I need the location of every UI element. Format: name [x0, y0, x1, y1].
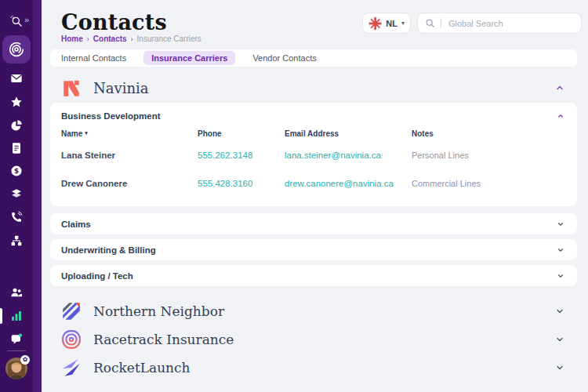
contact-name: Lana Steiner	[61, 151, 198, 160]
chevron-up-icon[interactable]	[555, 83, 564, 93]
column-header-notes: Notes	[412, 129, 566, 138]
language-selector[interactable]: NL ▾	[362, 13, 411, 34]
contacts-tabs: Internal Contacts Insurance Carriers Ven…	[50, 49, 577, 67]
app-logo-button[interactable]	[2, 35, 31, 64]
envelope-icon	[10, 72, 23, 85]
sidebar-item-workflows[interactable]	[10, 234, 23, 247]
sidebar-secondary-rail	[33, 0, 42, 392]
company-row-navinia[interactable]: Navinia	[50, 74, 577, 102]
sidebar-item-billing[interactable]: $	[10, 165, 23, 177]
rocketlaunch-logo-icon	[61, 358, 82, 378]
breadcrumb-contacts[interactable]: Contacts	[93, 34, 127, 43]
chevron-up-icon[interactable]	[557, 112, 564, 120]
contact-phone-link[interactable]: 555.262.3148	[198, 151, 285, 160]
search-icon	[425, 18, 435, 28]
sidebar-item-contacts[interactable]	[10, 286, 23, 299]
layers-icon	[10, 187, 23, 200]
sort-caret-icon: ▾	[85, 130, 88, 136]
sidebar-item-favorites[interactable]	[10, 96, 23, 108]
navinia-logo-icon	[61, 78, 82, 98]
chevron-down-icon[interactable]	[557, 246, 564, 254]
section-card-uploading-tech[interactable]: Uploading / Tech	[50, 265, 577, 286]
sidebar-expand-chevrons-icon[interactable]: »	[24, 16, 29, 24]
sidebar-item-documents[interactable]	[10, 142, 23, 154]
column-header-name[interactable]: Name ▾	[61, 129, 198, 138]
breadcrumb-home[interactable]: Home	[61, 34, 83, 43]
sidebar-item-messages[interactable]	[10, 332, 23, 345]
tab-vendor-contacts[interactable]: Vendor Contacts	[252, 53, 316, 63]
spiral-logo-icon	[8, 41, 25, 58]
active-nav-indicator	[0, 308, 2, 324]
chevron-down-icon[interactable]	[555, 363, 564, 372]
sidebar-item-analytics-active[interactable]	[10, 310, 23, 322]
breadcrumb-current: Insurance Carriers	[137, 34, 201, 43]
phone-icon	[10, 211, 23, 223]
global-search	[417, 13, 582, 34]
chevron-down-icon[interactable]	[557, 220, 564, 228]
company-name: Navinia	[93, 80, 149, 96]
search-divider	[441, 18, 441, 28]
users-icon	[10, 286, 23, 299]
star-icon	[10, 96, 23, 108]
search-input[interactable]	[447, 18, 560, 29]
user-avatar[interactable]: ✿	[5, 358, 27, 379]
language-code: NL	[386, 19, 397, 28]
tab-insurance-carriers[interactable]: Insurance Carriers	[143, 51, 235, 65]
racetrack-logo-icon	[61, 329, 82, 350]
pie-chart-icon	[10, 119, 23, 132]
sidebar-divider	[7, 350, 26, 351]
svg-text:$: $	[14, 167, 19, 175]
section-title: Claims	[61, 220, 91, 229]
sidebar-search-icon[interactable]	[10, 15, 23, 27]
contact-name: Drew Canonere	[61, 179, 198, 188]
file-text-icon	[10, 142, 23, 154]
breadcrumb: Home › Contacts › Insurance Carriers	[61, 34, 201, 43]
contact-notes: Commercial Lines	[412, 179, 566, 188]
tab-internal-contacts[interactable]: Internal Contacts	[61, 53, 126, 63]
column-header-phone: Phone	[198, 129, 285, 138]
breadcrumb-separator: ›	[131, 35, 133, 43]
avatar-badge-icon: ✿	[20, 355, 30, 365]
sidebar-item-calls[interactable]	[10, 211, 23, 223]
chevron-down-icon[interactable]	[557, 272, 564, 280]
company-row-northern-neighbor[interactable]: Northern Neighbor	[50, 299, 577, 323]
section-title: Business Development	[61, 111, 161, 121]
bar-chart-icon	[10, 310, 23, 322]
sidebar-item-policies[interactable]	[10, 187, 23, 200]
breadcrumb-separator: ›	[87, 35, 89, 43]
chevron-down-icon[interactable]	[555, 335, 564, 344]
search-icon	[10, 15, 23, 27]
table-header-row: Name ▾ Phone Email Address Notes	[50, 128, 577, 139]
section-card-claims[interactable]: Claims	[50, 213, 577, 234]
contact-phone-link[interactable]: 555.428.3160	[198, 179, 285, 188]
flag-icon	[368, 16, 382, 31]
sidebar: »	[0, 0, 33, 392]
table-row: Drew Canonere 555.428.3160 drew.canonere…	[50, 176, 577, 191]
company-row-rocketlaunch[interactable]: RocketLaunch	[50, 355, 577, 379]
section-title: Uploading / Tech	[61, 271, 133, 281]
section-card-underwriting-billing[interactable]: Underwriting & Billing	[50, 239, 577, 260]
sitemap-icon	[10, 234, 23, 247]
chevron-down-icon: ▾	[401, 20, 405, 27]
contact-email-link[interactable]: drew.canonere@navinia.ca	[285, 179, 412, 188]
sidebar-item-inbox[interactable]	[10, 72, 23, 85]
section-header[interactable]: Business Development	[50, 103, 577, 121]
northern-neighbor-logo-icon	[61, 301, 82, 321]
contact-notes: Personal Lines	[412, 151, 566, 160]
chat-bubble-icon	[10, 332, 23, 345]
company-row-racetrack-insurance[interactable]: Racetrack Insurance	[50, 327, 577, 351]
company-name: RocketLaunch	[93, 360, 191, 376]
company-name: Racetrack Insurance	[93, 332, 234, 347]
page-title: Contacts	[61, 10, 167, 34]
section-title: Underwriting & Billing	[61, 245, 156, 255]
sidebar-item-reports[interactable]	[10, 119, 23, 132]
chevron-down-icon[interactable]	[555, 307, 564, 316]
table-row: Lana Steiner 555.262.3148 lana.steiner@n…	[50, 148, 577, 162]
app-window: »	[0, 0, 588, 392]
dollar-circle-icon: $	[10, 165, 23, 177]
section-card-business-development: Business Development Name ▾ Phone Email …	[50, 103, 577, 206]
column-header-email: Email Address	[285, 129, 412, 138]
company-name: Northern Neighbor	[93, 303, 224, 319]
contact-email-link[interactable]: lana.steiner@navinia.ca	[285, 151, 412, 160]
